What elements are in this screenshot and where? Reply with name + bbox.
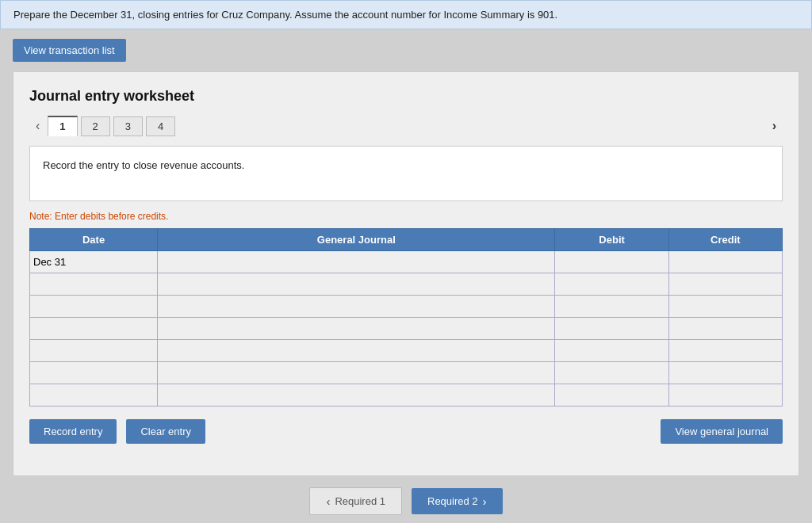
prev-tab-arrow[interactable]: ‹: [29, 116, 46, 136]
tabs-row: ‹ 1 2 3 4 ›: [29, 116, 783, 136]
tab-1[interactable]: 1: [48, 116, 77, 136]
journal-cell-5[interactable]: [158, 362, 555, 384]
credit-input-0[interactable]: [672, 254, 779, 271]
worksheet-container: Journal entry worksheet ‹ 1 2 3 4 › Reco…: [13, 71, 799, 476]
journal-input-1[interactable]: [161, 276, 551, 293]
tab-4[interactable]: 4: [146, 116, 175, 136]
tab-3[interactable]: 3: [113, 116, 143, 136]
date-cell-3: [30, 318, 158, 340]
debit-cell-1[interactable]: [555, 273, 668, 296]
credit-input-1[interactable]: [672, 276, 779, 293]
date-cell-4: [30, 340, 158, 362]
top-btn-row: View transaction list: [0, 29, 812, 71]
date-cell-1: [30, 273, 158, 296]
clear-entry-button[interactable]: Clear entry: [126, 419, 205, 444]
table-row: [30, 384, 783, 407]
record-entry-button[interactable]: Record entry: [29, 419, 117, 444]
journal-cell-2[interactable]: [158, 296, 555, 318]
table-row: [30, 273, 783, 296]
required2-label: Required 2: [427, 495, 478, 507]
table-row: [30, 362, 783, 384]
debit-cell-0[interactable]: [555, 251, 668, 273]
col-header-journal: General Journal: [158, 229, 555, 251]
debit-cell-2[interactable]: [555, 296, 668, 318]
action-row: Record entry Clear entry View general jo…: [29, 419, 783, 444]
journal-input-4[interactable]: [161, 342, 551, 360]
credit-input-3[interactable]: [672, 320, 779, 338]
instruction-bar: Prepare the December 31, closing entries…: [0, 0, 812, 29]
journal-input-5[interactable]: [161, 365, 551, 382]
view-transaction-button[interactable]: View transaction list: [13, 39, 126, 62]
credit-cell-0[interactable]: [668, 251, 782, 273]
credit-input-6[interactable]: [672, 387, 779, 404]
date-cell-2: [30, 296, 158, 318]
instruction-box: Record the entry to close revenue accoun…: [29, 146, 783, 201]
journal-cell-0[interactable]: [158, 251, 555, 273]
instruction-text: Prepare the December 31, closing entries…: [13, 9, 557, 21]
credit-cell-3[interactable]: [668, 318, 782, 340]
credit-input-2[interactable]: [672, 298, 779, 315]
table-row: [30, 318, 783, 340]
table-row: [30, 340, 783, 362]
credit-input-5[interactable]: [672, 365, 779, 382]
debit-input-5[interactable]: [558, 365, 665, 382]
date-cell-0: Dec 31: [30, 251, 158, 273]
debit-input-1[interactable]: [558, 276, 665, 293]
date-cell-5: [30, 362, 158, 384]
col-header-date: Date: [30, 229, 158, 251]
credit-cell-6[interactable]: [668, 384, 782, 407]
required1-label: Required 1: [335, 495, 385, 507]
date-cell-6: [30, 384, 158, 407]
debit-cell-5[interactable]: [555, 362, 668, 384]
credit-cell-2[interactable]: [668, 296, 782, 318]
journal-cell-4[interactable]: [158, 340, 555, 362]
col-header-credit: Credit: [668, 229, 782, 251]
journal-cell-6[interactable]: [158, 384, 555, 407]
debit-input-3[interactable]: [558, 320, 665, 338]
instruction-box-text: Record the entry to close revenue accoun…: [43, 159, 244, 171]
required1-button[interactable]: Required 1: [309, 487, 402, 515]
worksheet-title: Journal entry worksheet: [29, 88, 783, 105]
credit-cell-1[interactable]: [668, 273, 782, 296]
credit-cell-5[interactable]: [668, 362, 782, 384]
chevron-left-icon: [326, 494, 330, 508]
debit-cell-6[interactable]: [555, 384, 668, 407]
journal-input-6[interactable]: [161, 387, 551, 404]
journal-cell-3[interactable]: [158, 318, 555, 340]
tab-2[interactable]: 2: [81, 116, 110, 136]
chevron-right-icon: [483, 494, 487, 508]
journal-input-3[interactable]: [161, 320, 551, 338]
table-row: [30, 296, 783, 318]
bottom-nav: Required 1 Required 2: [0, 476, 812, 523]
credit-cell-4[interactable]: [668, 340, 782, 362]
journal-input-0[interactable]: [161, 254, 551, 271]
debit-input-2[interactable]: [558, 298, 665, 315]
debit-input-4[interactable]: [558, 342, 665, 360]
debit-cell-3[interactable]: [555, 318, 668, 340]
debit-input-6[interactable]: [558, 387, 665, 404]
journal-cell-1[interactable]: [158, 273, 555, 296]
required2-button[interactable]: Required 2: [412, 488, 503, 514]
debit-input-0[interactable]: [558, 254, 665, 271]
credit-input-4[interactable]: [672, 342, 779, 360]
col-header-debit: Debit: [555, 229, 668, 251]
journal-input-2[interactable]: [161, 298, 551, 315]
table-row: Dec 31: [30, 251, 783, 273]
journal-table: Date General Journal Debit Credit Dec 31: [29, 228, 783, 407]
debit-cell-4[interactable]: [555, 340, 668, 362]
view-general-journal-button[interactable]: View general journal: [661, 419, 783, 444]
next-tab-arrow[interactable]: ›: [766, 116, 783, 136]
note-text: Note: Enter debits before credits.: [29, 211, 783, 222]
